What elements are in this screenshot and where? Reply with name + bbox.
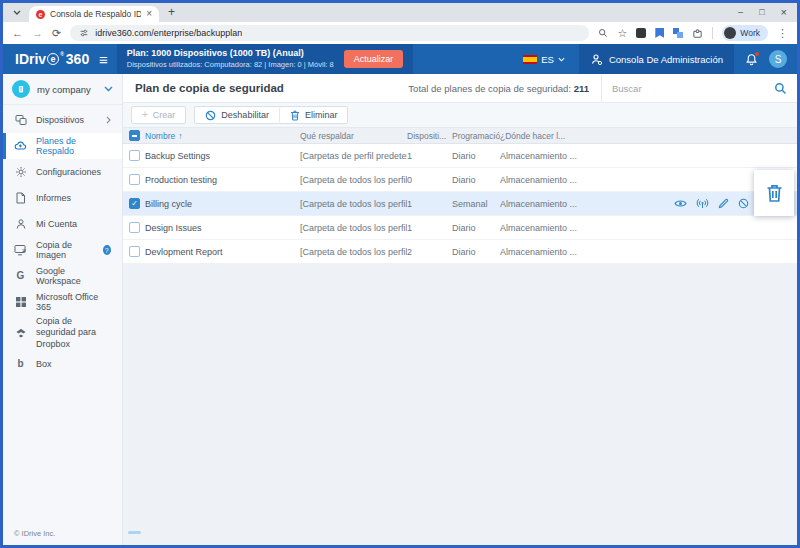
- extension-icon[interactable]: [673, 28, 683, 38]
- user-avatar[interactable]: S: [769, 50, 787, 68]
- back-icon[interactable]: ←: [12, 28, 23, 39]
- total-plans-label: Total de planes de copia de seguridad: 2…: [408, 83, 601, 94]
- app-header: IDrive®360 ≡ Plan: 1000 Dispositivos (10…: [3, 44, 797, 74]
- column-header-que-respaldar[interactable]: Qué respaldar: [300, 131, 407, 141]
- plan-schedule: Diario: [452, 151, 500, 161]
- plan-usage: Dispositivos utilizados: Computadora: 82…: [127, 60, 334, 70]
- plus-icon: +: [142, 110, 148, 120]
- table-row[interactable]: Backup Settings [Carpetas de perfil pred…: [123, 144, 797, 168]
- extension-icon[interactable]: [636, 28, 646, 38]
- browser-window: e Consola de Respaldo IDrive® 3 × + – □ …: [0, 0, 800, 548]
- table-row-selected[interactable]: Billing cycle [Carpeta de todos los perf…: [123, 192, 797, 216]
- company-name: my company: [37, 84, 97, 95]
- help-badge[interactable]: ?: [103, 245, 111, 255]
- select-all-checkbox[interactable]: [129, 130, 140, 141]
- report-icon: [14, 192, 27, 204]
- box-icon: b: [14, 359, 27, 369]
- row-checkbox[interactable]: [129, 246, 140, 257]
- window-close-button[interactable]: ×: [781, 6, 787, 18]
- site-info-icon[interactable]: [79, 28, 89, 38]
- table-row[interactable]: Design Issues [Carpeta de todos los perf…: [123, 216, 797, 240]
- forward-icon[interactable]: →: [32, 28, 43, 39]
- create-button[interactable]: + Crear: [131, 106, 186, 124]
- table-toolbar: + Crear Deshabilitar Eliminar: [123, 103, 797, 127]
- bookmark-star-icon[interactable]: ☆: [617, 28, 627, 39]
- sidebar-item-configuraciones[interactable]: Configuraciones: [3, 159, 122, 185]
- column-header-programacion[interactable]: Programación: [452, 131, 500, 141]
- row-checkbox[interactable]: [129, 174, 140, 185]
- column-header-dispositivos[interactable]: Dispositi...: [407, 131, 452, 141]
- hamburger-menu-icon[interactable]: ≡: [99, 52, 108, 67]
- disable-circle-icon[interactable]: [738, 198, 749, 209]
- horizontal-scrollbar-thumb[interactable]: [128, 531, 141, 534]
- chevron-down-icon: [558, 57, 565, 62]
- edit-pencil-icon[interactable]: [718, 198, 729, 209]
- delete-row-button[interactable]: [754, 170, 794, 216]
- window-maximize-button[interactable]: □: [759, 7, 764, 17]
- company-icon: [12, 80, 30, 98]
- company-selector[interactable]: my company: [3, 74, 122, 105]
- column-header-donde[interactable]: ¿Dónde hacer l...: [500, 131, 797, 141]
- table-row[interactable]: Devlopment Report [Carpeta de todos los …: [123, 240, 797, 264]
- browser-toolbar: ← → ⟳ idrive360.com/enterprise/backuppla…: [3, 22, 797, 44]
- reload-icon[interactable]: ⟳: [52, 28, 61, 39]
- devices-icon: [14, 114, 27, 126]
- tab-title: Consola de Respaldo IDrive® 3: [50, 9, 141, 19]
- delete-button[interactable]: Eliminar: [279, 107, 348, 123]
- image-backup-icon: [14, 244, 27, 256]
- sidebar-item-box[interactable]: b Box: [3, 351, 122, 377]
- browser-tab[interactable]: e Consola de Respaldo IDrive® 3 ×: [29, 6, 159, 22]
- row-checkbox[interactable]: [129, 222, 140, 233]
- plan-devices: 1: [407, 199, 452, 209]
- plan-what: [Carpeta de todos los perfiles], [Car...: [300, 199, 407, 209]
- sidebar-item-planes-de-respaldo[interactable]: Planes de Respaldo: [3, 133, 122, 159]
- new-tab-button[interactable]: +: [168, 6, 175, 18]
- search-box: [601, 74, 797, 103]
- column-header-nombre[interactable]: Nombre ↑: [145, 131, 300, 141]
- browser-profile-avatar: [724, 27, 736, 39]
- admin-console-label: Consola De Administración: [609, 54, 723, 65]
- sort-ascending-icon: ↑: [178, 131, 182, 141]
- gear-icon: [14, 166, 27, 178]
- disable-button[interactable]: Deshabilitar: [195, 107, 279, 123]
- sidebar-item-google-workspace[interactable]: G Google Workspace: [3, 263, 122, 289]
- tab-close-icon[interactable]: ×: [146, 9, 152, 19]
- plan-where: Almacenamiento ...: [500, 247, 797, 257]
- page-title: Plan de copia de seguridad: [123, 82, 284, 94]
- zoom-page-icon[interactable]: [598, 28, 608, 38]
- plan-schedule: Diario: [452, 175, 500, 185]
- browser-menu-icon[interactable]: ⋮: [777, 28, 788, 39]
- window-minimize-button[interactable]: –: [738, 7, 743, 17]
- sidebar-item-dispositivos[interactable]: Dispositivos: [3, 107, 122, 133]
- row-checkbox[interactable]: [129, 150, 140, 161]
- broadcast-icon[interactable]: [696, 198, 709, 209]
- sidebar-item-informes[interactable]: Informes: [3, 185, 122, 211]
- notifications-bell-icon[interactable]: [745, 53, 758, 66]
- table-row[interactable]: Production testing [Carpeta de todos los…: [123, 168, 797, 192]
- row-checkbox[interactable]: [129, 198, 140, 209]
- total-plans-count: 211: [574, 83, 589, 94]
- chevron-down-icon: [104, 86, 113, 92]
- language-selector[interactable]: ES: [523, 54, 565, 65]
- chevron-right-icon: [106, 116, 111, 124]
- sidebar-item-microsoft-office-365[interactable]: Microsoft Office 365: [3, 289, 122, 315]
- url-bar[interactable]: idrive360.com/enterprise/backupplan: [70, 25, 589, 41]
- sidebar-item-dropbox-backup[interactable]: Copia de seguridad para Dropbox: [3, 315, 122, 351]
- sidebar-item-mi-cuenta[interactable]: Mi Cuenta: [3, 211, 122, 237]
- admin-user-icon: [590, 53, 603, 66]
- copyright-text: © IDrive Inc.: [14, 529, 55, 538]
- sidebar-nav: Dispositivos Planes de Respaldo Confi: [3, 105, 122, 377]
- upgrade-button[interactable]: Actualizar: [344, 50, 404, 68]
- extension-icon[interactable]: [655, 28, 664, 38]
- sidebar-item-copia-de-imagen[interactable]: Copia de Imagen ?: [3, 237, 122, 263]
- extensions-puzzle-icon[interactable]: [692, 28, 703, 39]
- tab-search-button[interactable]: [9, 6, 25, 19]
- search-input[interactable]: [612, 83, 768, 94]
- plan-devices: 0: [407, 175, 452, 185]
- browser-profile-label: Work: [740, 28, 760, 38]
- view-eye-icon[interactable]: [674, 199, 687, 208]
- browser-profile-chip[interactable]: Work: [722, 25, 768, 41]
- spain-flag-icon: [523, 55, 537, 64]
- admin-console-menu[interactable]: Consola De Administración: [579, 44, 734, 74]
- search-icon[interactable]: [774, 82, 787, 95]
